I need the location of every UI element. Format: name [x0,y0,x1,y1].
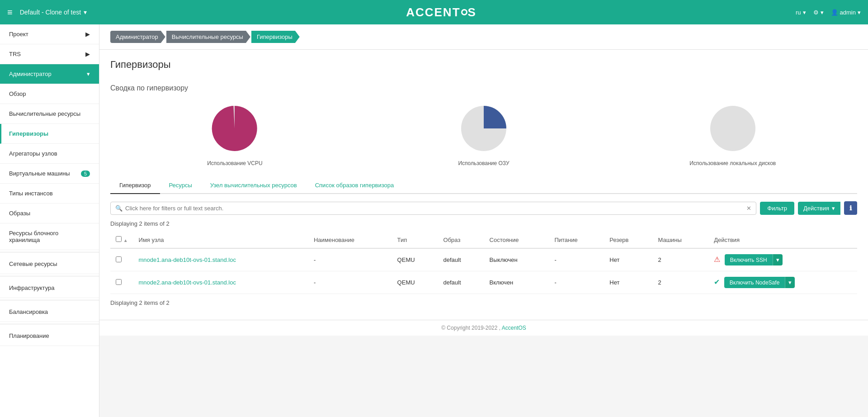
language-selector[interactable]: ru ▾ [796,9,806,16]
sidebar-item-trs[interactable]: TRS ▶ [0,44,99,64]
sidebar-label-vms: Виртуальные машины [9,170,70,177]
disk-label: Использование локальных дисков [689,160,776,166]
row2-name: - [308,271,392,294]
breadcrumb: Администратор Вычислительные ресурсы Гип… [99,24,868,50]
sidebar-label-trs: TRS [9,51,21,57]
row1-status-icon: ⚠ [714,256,720,263]
menu-icon[interactable]: ≡ [7,7,13,18]
col-type: Тип [392,232,438,248]
table-header-row: ▲ Имя узла Наименование Тип Образ Состоя… [110,232,857,248]
vcpu-chart: Использование VCPU [110,101,359,166]
tab-compute-node[interactable]: Узел вычислительных ресурсов [201,177,306,194]
sidebar-label-admin: Администратор [9,71,52,77]
sidebar-item-balance[interactable]: Балансировка [0,302,99,322]
sidebar-item-images[interactable]: Образы [0,204,99,223]
col-name: Наименование [308,232,392,248]
svg-point-2 [710,106,755,151]
row1-action-dropdown[interactable]: ▾ [773,254,783,265]
row2-action-button[interactable]: Включить NodeSafe [724,277,785,288]
sidebar-item-block[interactable]: Ресурсы блочного хранилища [0,223,99,250]
actions-button[interactable]: Действия ▾ [798,202,840,215]
info-button[interactable]: ℹ [844,201,857,215]
footer: © Copyright 2019-2022 , AccentOS [99,320,868,336]
user-name: admin [840,9,856,16]
col-node-name: Имя узла [133,232,308,248]
sidebar-item-compute[interactable]: Вычислительные ресурсы [0,104,99,124]
main-content: Администратор Вычислительные ресурсы Гип… [99,24,868,417]
row2-checkbox [110,271,133,294]
row1-nodename-link[interactable]: mnode1.ana-deb10t-ovs-01.stand.loc [139,256,236,263]
sidebar-item-infra[interactable]: Инфраструктура [0,278,99,298]
breadcrumb-hypervisors[interactable]: Гипервизоры [251,31,300,43]
row1-check[interactable] [116,256,122,262]
row2-nodename: mnode2.ana-deb10t-ovs-01.stand.loc [133,271,308,294]
top-nav: ≡ Default - Clone of test ▾ ACCENTS ru ▾… [0,0,868,24]
sidebar-label-aggregators: Агрегаторы узлов [9,150,57,157]
row2-machines: 2 [652,271,708,294]
settings-selector[interactable]: ⚙ ▾ [813,9,824,16]
row1-state: Выключен [484,248,549,271]
footer-text: © Copyright 2019-2022 , [441,325,500,331]
col-reserve: Резерв [604,232,652,248]
row1-reserve: Нет [604,248,652,271]
project-name: Default - Clone of test [20,9,81,16]
sidebar-label-infra: Инфраструктура [9,284,54,291]
sidebar-label-planning: Планирование [9,332,49,339]
clear-icon[interactable]: ✕ [746,205,751,212]
row2-nodename-link[interactable]: mnode2.ana-deb10t-ovs-01.stand.loc [139,279,236,286]
row2-state: Включен [484,271,549,294]
row2-status-icon: ✔ [714,278,720,286]
row1-action-button[interactable]: Включить SSH [725,254,773,265]
row2-type: QEMU [392,271,438,294]
sidebar-arrow-trs: ▶ [85,51,90,57]
search-input[interactable] [125,205,746,212]
user-menu[interactable]: 👤 admin ▾ [831,9,861,16]
sidebar-item-overview[interactable]: Обзор [0,84,99,104]
actions-dropdown-icon: ▾ [832,205,835,212]
row2-action-dropdown[interactable]: ▾ [785,277,795,288]
charts-row: Использование VCPU Использование ОЗУ [110,101,857,166]
footer-link[interactable]: AccentOS [502,325,526,331]
sidebar-label-block: Ресурсы блочного хранилища [9,230,90,243]
vms-badge: 5 [81,171,90,177]
tabs: Гипервизор Ресурсы Узел вычислительных р… [110,177,857,194]
vcpu-label: Использование VCPU [207,160,262,166]
sort-icon[interactable]: ▲ [123,238,128,243]
disk-chart: Использование локальных дисков [608,101,857,166]
sidebar-label-images: Образы [9,210,30,217]
sidebar-item-aggregators[interactable]: Агрегаторы узлов [0,144,99,164]
ram-chart: Использование ОЗУ [359,101,609,166]
sidebar-item-project[interactable]: Проект ▶ [0,24,99,44]
sidebar-arrow-project: ▶ [85,31,90,38]
hypervisors-table: ▲ Имя узла Наименование Тип Образ Состоя… [110,232,857,294]
table-row: mnode1.ana-deb10t-ovs-01.stand.loc - QEM… [110,248,857,271]
search-wrapper: 🔍 ✕ [110,202,756,215]
sidebar-item-vms[interactable]: Виртуальные машины 5 [0,164,99,184]
sidebar-label-hypervisors: Гипервизоры [9,130,48,137]
user-icon: 👤 [831,9,838,16]
tab-hypervisor[interactable]: Гипервизор [110,177,160,194]
breadcrumb-admin[interactable]: Администратор [110,31,165,43]
search-bar: 🔍 ✕ Фильтр Действия ▾ ℹ [110,201,857,215]
sidebar: Проект ▶ TRS ▶ Администратор ▾ Обзор Выч… [0,24,99,417]
sidebar-item-admin[interactable]: Администратор ▾ [0,64,99,84]
sidebar-item-network[interactable]: Сетевые ресурсы [0,254,99,274]
disk-pie [706,101,760,156]
project-selector[interactable]: Default - Clone of test ▾ [20,9,87,16]
page-title: Гипервизоры [110,59,857,71]
sidebar-label-network: Сетевые ресурсы [9,261,57,267]
col-power: Питание [549,232,604,248]
sidebar-item-planning[interactable]: Планирование [0,326,99,346]
row2-check[interactable] [116,279,122,285]
select-all-checkbox[interactable] [116,236,122,242]
filter-button[interactable]: Фильтр [760,202,794,215]
sidebar-label-project: Проект [9,31,28,38]
row2-image: default [438,271,484,294]
actions-button-group: Действия ▾ [798,202,840,215]
sidebar-item-hypervisors[interactable]: Гипервизоры [0,124,99,144]
breadcrumb-compute[interactable]: Вычислительные ресурсы [166,31,250,43]
row2-power: - [549,271,604,294]
tab-resources[interactable]: Ресурсы [160,177,201,194]
sidebar-item-flavors[interactable]: Типы инстансов [0,184,99,204]
tab-image-list[interactable]: Список образов гипервизора [306,177,403,194]
